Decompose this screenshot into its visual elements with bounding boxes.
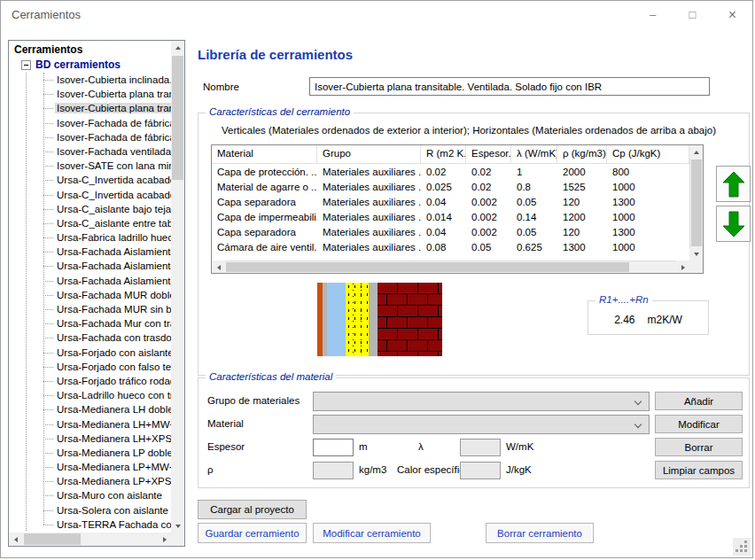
table-horizontal-scrollbar[interactable]	[212, 261, 689, 273]
nombre-input[interactable]	[309, 77, 710, 96]
resistance-value: 2.46	[614, 314, 634, 326]
table-hscroll-thumb[interactable]	[226, 262, 629, 272]
move-layer-up-button[interactable]	[716, 166, 751, 202]
rho-input[interactable]	[313, 462, 354, 479]
tree-item[interactable]: Ursa-Fachada Mur con trasd	[9, 316, 171, 331]
tree-hscroll-thumb[interactable]	[24, 533, 81, 545]
tree-group-bd-cerramientos[interactable]: BD cerramientos	[9, 58, 171, 73]
tree-horizontal-scrollbar[interactable]	[9, 533, 171, 546]
minimize-button[interactable]: –	[633, 1, 673, 28]
tree-item[interactable]: Ursa-C_aislante bajo teja	[9, 202, 171, 216]
scroll-right-icon[interactable]	[676, 261, 689, 274]
resize-grip-icon[interactable]	[733, 538, 751, 556]
scroll-right-icon[interactable]	[158, 533, 171, 546]
table-row[interactable]: Capa de protección. ... Materiales auxil…	[212, 165, 689, 180]
column-header-cp[interactable]: Cp (J/kgK)	[607, 145, 689, 163]
maximize-button[interactable]: □	[673, 1, 712, 28]
borrar-button[interactable]: Borrar	[655, 438, 743, 456]
guardar-cerramiento-button[interactable]: Guardar cerramiento	[198, 523, 307, 543]
limpiar-campos-button[interactable]: Limpiar campos	[655, 461, 743, 479]
tree-item[interactable]: Isover-Fachada de fábrica v	[9, 130, 171, 144]
tree-item[interactable]: Ursa-C_Invertida acabado g	[9, 188, 171, 202]
tree-item[interactable]: Ursa-C_aislante entre tabiqu	[9, 216, 171, 230]
cell-r: 0.04	[421, 225, 466, 240]
tree-item-label: Ursa-C_aislante bajo teja	[55, 204, 171, 214]
table-row[interactable]: Capa de impermeabili... Materiales auxil…	[212, 210, 689, 225]
tree-item-label: Isover-Fachada ventilada co	[55, 146, 171, 157]
material-select[interactable]	[313, 415, 650, 434]
tree-item[interactable]: Ursa-Fachada Aislamiento ex	[9, 274, 171, 288]
lambda-input[interactable]	[460, 439, 501, 456]
tree-item[interactable]: Ursa-Fachada Aislamiento ex	[9, 245, 171, 259]
arrow-up-icon	[722, 171, 745, 198]
table-row[interactable]: Cámara de aire ventil... Materiales auxi…	[212, 240, 689, 255]
tree-item[interactable]: Ursa-Medianera LH+MW+LH	[9, 417, 171, 432]
cell-rho: 1300	[557, 240, 607, 255]
tree-item-label: Isover-SATE con lana minera	[55, 160, 171, 171]
anadir-button[interactable]: Añadir	[655, 392, 743, 410]
column-header-grupo[interactable]: Grupo	[317, 145, 421, 163]
tree-branch-icon	[43, 353, 53, 354]
tree-item[interactable]: Ursa-Solera con aislante	[9, 503, 171, 517]
tree-item[interactable]: Isover-Cubierta plana transit	[9, 87, 171, 101]
scroll-up-icon[interactable]	[171, 41, 184, 54]
calor-especifico-unit: J/kgK	[506, 464, 532, 475]
tree-item[interactable]: Ursa-C_Invertida acabado b	[9, 173, 171, 187]
table-row[interactable]: Capa separadora Materiales auxiliares ..…	[212, 225, 689, 240]
cargar-al-proyecto-button[interactable]: Cargar al proyecto	[198, 500, 307, 519]
modificar-cerramiento-button[interactable]: Modificar cerramiento	[313, 523, 431, 543]
collapse-minus-icon[interactable]	[21, 60, 31, 70]
tree-item[interactable]: Ursa-Medianera LP doble tra	[9, 446, 171, 460]
calor-especifico-input[interactable]	[460, 462, 501, 479]
espesor-input[interactable]	[313, 439, 354, 456]
tree-item[interactable]: Ursa-Medianera LH doble tra	[9, 402, 171, 416]
tree-item[interactable]: Isover-Cubierta plana transit	[9, 101, 171, 115]
tree-vertical-scrollbar[interactable]	[171, 41, 184, 533]
table-row[interactable]: Material de agarre o ... Materiales auxi…	[212, 180, 689, 195]
column-header-lambda[interactable]: λ (W/mK)	[511, 145, 557, 163]
tree-item[interactable]: Ursa-Fachada MUR doble ho	[9, 288, 171, 302]
table-vscroll-thumb[interactable]	[691, 159, 702, 246]
scroll-down-icon[interactable]	[171, 519, 184, 533]
cell-cp: 1300	[607, 195, 689, 210]
tree-item[interactable]: Ursa-Muro con aislante	[9, 488, 171, 502]
cell-lambda: 0.05	[511, 225, 557, 240]
tree-item[interactable]: Ursa-Forjado con aislante	[9, 346, 171, 360]
tree-item[interactable]: Ursa-Medianera LH+XPS+LH	[9, 432, 171, 446]
tree-item[interactable]: Ursa-Fachada MUR sin barre	[9, 302, 171, 316]
move-layer-down-button[interactable]	[716, 206, 751, 242]
tree-item[interactable]: Ursa-Forjado con falso techo	[9, 360, 171, 374]
column-header-rho[interactable]: ρ (kg/m3)	[557, 145, 607, 163]
grupo-materiales-select[interactable]	[313, 392, 650, 411]
scroll-up-icon[interactable]	[689, 145, 703, 159]
tree-branch-icon	[43, 338, 53, 338]
maximize-icon: □	[689, 8, 697, 21]
tree-item[interactable]: Ursa-Ladrillo hueco con trasd	[9, 388, 171, 402]
borrar-cerramiento-button[interactable]: Borrar cerramiento	[486, 523, 594, 543]
tree-item[interactable]: Ursa-Medianera LP+XPS+LP	[9, 474, 171, 488]
scroll-left-icon[interactable]	[9, 533, 22, 546]
tree-item[interactable]: Ursa-Fabrica ladrillo hueco tr	[9, 230, 171, 245]
tree-item[interactable]: Ursa-Medianera LP+MW+LP	[9, 460, 171, 474]
column-header-espesor[interactable]: Espesor...	[466, 145, 511, 163]
tree-item[interactable]: Ursa-Forjado tráfico rodado	[9, 374, 171, 388]
tree-item[interactable]: Ursa-Fachada Aislamiento ex	[9, 259, 171, 273]
scroll-left-icon[interactable]	[212, 261, 225, 274]
tree-root-label[interactable]: Cerramientos	[9, 41, 171, 58]
scroll-down-icon[interactable]	[689, 247, 703, 261]
column-header-material[interactable]: Material	[212, 145, 317, 163]
tree-item[interactable]: Ursa-Fachada con trasdosad	[9, 331, 171, 345]
column-header-r[interactable]: R (m2 K...	[421, 145, 466, 163]
tree-item[interactable]: Ursa-TERRA Fachada con tra	[9, 517, 171, 532]
modificar-button[interactable]: Modificar	[655, 415, 743, 433]
table-vertical-scrollbar[interactable]	[689, 145, 703, 261]
tree-vscroll-thumb[interactable]	[172, 56, 183, 180]
tree-item[interactable]: Isover-Cubierta inclinada. No	[9, 73, 171, 87]
tree-item[interactable]: Isover-Fachada ventilada co	[9, 144, 171, 159]
tree-item[interactable]: Isover-SATE con lana minera	[9, 159, 171, 173]
table-row[interactable]: Capa separadora Materiales auxiliares ..…	[212, 195, 689, 210]
tree-item-label: Isover-Cubierta plana transit	[55, 103, 171, 113]
cell-rho: 120	[557, 225, 607, 240]
close-button[interactable]: ×	[712, 1, 752, 28]
tree-item[interactable]: Isover-Fachada de fábrica v	[9, 116, 171, 130]
